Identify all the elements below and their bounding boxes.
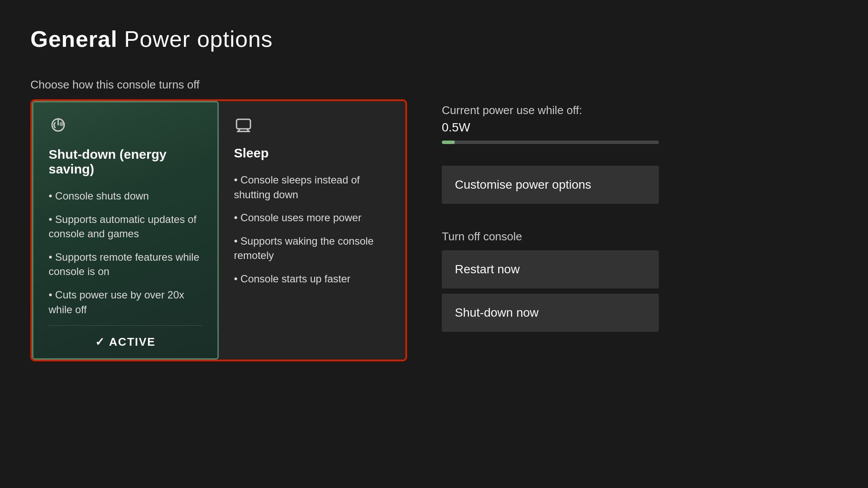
shutdown-features-list: Console shuts down Supports automatic up… xyxy=(49,189,202,325)
check-icon: ✓ xyxy=(95,335,105,348)
active-bar: ✓ACTIVE xyxy=(49,325,202,358)
sleep-card-title: Sleep xyxy=(234,146,390,160)
shutdown-now-button[interactable]: Shut-down now xyxy=(442,294,659,332)
page-container: General Power options Choose how this co… xyxy=(0,0,868,488)
active-label: ACTIVE xyxy=(109,335,155,348)
svg-point-1 xyxy=(59,122,64,126)
shutdown-feature-3: Supports remote features while console i… xyxy=(49,250,202,279)
title-bold: General xyxy=(30,26,118,52)
page-title: General Power options xyxy=(30,26,838,52)
power-bar-container xyxy=(442,141,659,144)
title-normal: Power options xyxy=(118,26,273,52)
section-label: Choose how this console turns off xyxy=(30,78,838,92)
sleep-feature-2: Console uses more power xyxy=(234,210,390,225)
sleep-icon xyxy=(234,114,390,137)
sleep-feature-4: Console starts up faster xyxy=(234,272,390,286)
power-info-label: Current power use while off: xyxy=(442,104,659,117)
shutdown-icon xyxy=(49,115,202,138)
cards-wrapper: Shut-down (energy saving) Console shuts … xyxy=(30,99,407,361)
cards-area: Shut-down (energy saving) Console shuts … xyxy=(30,99,838,361)
power-value: 0.5W xyxy=(442,121,659,134)
turn-off-label: Turn off console xyxy=(442,230,659,243)
restart-button[interactable]: Restart now xyxy=(442,250,659,288)
shutdown-feature-1: Console shuts down xyxy=(49,189,202,203)
svg-rect-2 xyxy=(237,119,250,129)
power-bar-fill xyxy=(442,141,455,144)
shutdown-card-title: Shut-down (energy saving) xyxy=(49,147,202,177)
sleep-feature-3: Supports waking the console remotely xyxy=(234,234,390,263)
left-section: Shut-down (energy saving) Console shuts … xyxy=(30,99,407,361)
sleep-features-list: Console sleeps instead of shutting down … xyxy=(234,173,390,360)
sleep-feature-1: Console sleeps instead of shutting down xyxy=(234,173,390,202)
customise-button[interactable]: Customise power options xyxy=(442,166,659,204)
sleep-card[interactable]: Sleep Console sleeps instead of shutting… xyxy=(219,101,405,360)
shutdown-feature-2: Supports automatic updates of console an… xyxy=(49,212,202,241)
shutdown-card[interactable]: Shut-down (energy saving) Console shuts … xyxy=(32,101,219,360)
shutdown-feature-4: Cuts power use by over 20x while off xyxy=(49,288,202,317)
right-panel: Current power use while off: 0.5W Custom… xyxy=(442,99,659,337)
